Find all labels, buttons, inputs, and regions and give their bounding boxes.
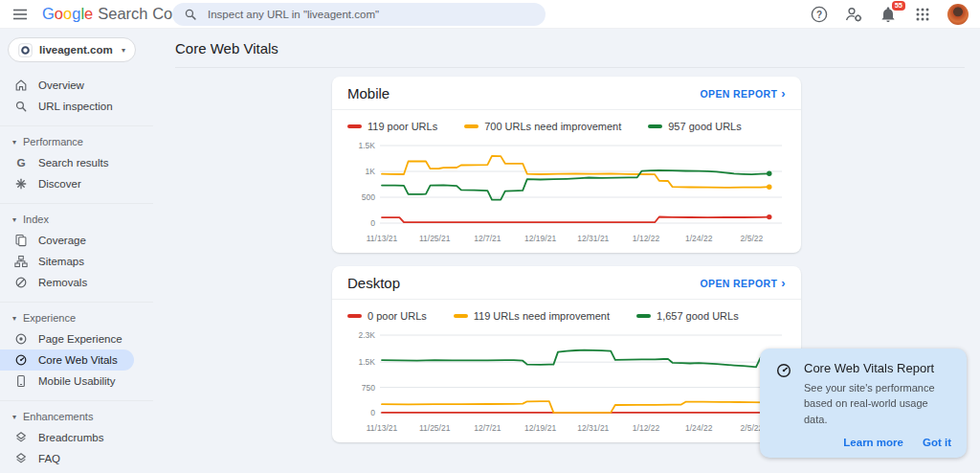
user-avatar[interactable] — [947, 4, 969, 25]
sidebar-item-label: URL inspection — [38, 101, 113, 112]
title-divider — [175, 67, 965, 68]
google-logo: Google — [42, 5, 93, 23]
header-actions: ? 55 — [810, 4, 969, 25]
sidebar: liveagent.com ▾ OverviewURL inspection▾P… — [0, 29, 153, 473]
desktop-report-card: Desktop OPEN REPORT › 0 poor URLs119 URL… — [332, 266, 801, 442]
legend-item-needs-improvement: 700 URLs need improvement — [464, 121, 621, 132]
sidebar-item-breadcrumbs[interactable]: Breadcrumbs — [0, 427, 134, 448]
notifications-bell-icon[interactable]: 55 — [879, 5, 898, 24]
svg-text:11/25/21: 11/25/21 — [419, 234, 451, 243]
svg-text:?: ? — [816, 10, 822, 20]
search-input[interactable] — [206, 8, 534, 21]
svg-text:1K: 1K — [366, 167, 376, 176]
card-title: Desktop — [347, 275, 400, 291]
sidebar-item-overview[interactable]: Overview — [0, 75, 134, 96]
sidebar-item-label: Coverage — [38, 235, 86, 246]
chevron-right-icon: › — [781, 277, 786, 289]
caret-down-icon: ▾ — [12, 314, 16, 323]
coverage-icon — [14, 234, 28, 247]
sidebar-section-enhancements[interactable]: ▾Enhancements — [0, 406, 153, 427]
legend-label: 119 URLs need improvement — [474, 310, 610, 322]
section-label: Experience — [23, 312, 76, 324]
property-selector[interactable]: liveagent.com ▾ — [8, 37, 136, 62]
legend-item-good: 1,657 good URLs — [636, 310, 739, 322]
popup-body: See your site's performance based on rea… — [804, 380, 951, 428]
svg-text:1.5K: 1.5K — [359, 141, 376, 150]
sidebar-item-search-results[interactable]: GSearch results — [0, 152, 134, 173]
sidebar-item-core-web-vitals[interactable]: Core Web Vitals — [0, 349, 134, 371]
svg-text:0: 0 — [370, 408, 375, 417]
sidebar-item-discover[interactable]: Discover — [0, 173, 134, 194]
svg-text:1/12/22: 1/12/22 — [633, 423, 660, 433]
sidebar-section-experience[interactable]: ▾Experience — [0, 307, 153, 328]
caret-down-icon: ▾ — [122, 46, 125, 55]
sidebar-item-how-to[interactable]: How-to — [0, 469, 134, 473]
card-title: Mobile — [347, 85, 390, 101]
svg-text:1/24/22: 1/24/22 — [685, 423, 713, 433]
svg-text:G: G — [16, 156, 25, 169]
legend-item-good: 957 good URLs — [648, 121, 741, 132]
svg-text:11/13/21: 11/13/21 — [367, 423, 398, 433]
chevron-right-icon: › — [781, 87, 786, 100]
mobile-line-chart: 05001K1.5K11/13/2111/25/2112/7/2112/19/2… — [347, 134, 786, 249]
layers-icon — [14, 452, 28, 465]
sidebar-item-mobile-usability[interactable]: Mobile Usability — [0, 371, 134, 392]
svg-text:750: 750 — [362, 383, 375, 393]
svg-text:11/25/21: 11/25/21 — [419, 423, 451, 433]
g-icon: G — [14, 156, 28, 169]
sidebar-item-sitemaps[interactable]: Sitemaps — [0, 251, 134, 272]
hamburger-menu-icon[interactable] — [11, 6, 29, 23]
sidebar-item-label: Page Experience — [38, 333, 122, 345]
sidebar-item-label: Discover — [38, 178, 81, 190]
sidebar-item-faq[interactable]: FAQ — [0, 448, 134, 469]
sidebar-section-index[interactable]: ▾Index — [0, 209, 153, 230]
svg-text:2/5/22: 2/5/22 — [741, 234, 764, 243]
user-settings-icon[interactable] — [844, 5, 863, 24]
chart-legend: 119 poor URLs700 URLs need improvement95… — [332, 110, 801, 134]
svg-text:12/7/21: 12/7/21 — [474, 423, 501, 433]
url-inspect-searchbar[interactable] — [172, 3, 546, 26]
svg-text:0: 0 — [370, 218, 375, 228]
legend-label: 1,657 good URLs — [657, 310, 739, 322]
sidebar-item-url-inspection[interactable]: URL inspection — [0, 96, 134, 117]
sidebar-item-label: Core Web Vitals — [38, 354, 118, 366]
popup-title: Core Web Vitals Report — [804, 361, 951, 375]
svg-text:11/13/21: 11/13/21 — [367, 234, 398, 243]
page-experience-icon — [14, 332, 28, 346]
caret-down-icon: ▾ — [12, 413, 16, 421]
search-icon — [14, 100, 28, 113]
legend-item-poor: 0 poor URLs — [347, 310, 427, 322]
sidebar-section-performance[interactable]: ▾Performance — [0, 131, 153, 152]
sidebar-item-coverage[interactable]: Coverage — [0, 230, 134, 251]
open-report-link[interactable]: OPEN REPORT › — [700, 277, 786, 289]
open-report-link[interactable]: OPEN REPORT › — [700, 87, 786, 100]
got-it-button[interactable]: Got it — [923, 437, 951, 448]
help-icon[interactable]: ? — [810, 5, 829, 24]
svg-text:12/7/21: 12/7/21 — [474, 234, 501, 243]
sidebar-item-removals[interactable]: Removals — [0, 272, 134, 293]
section-label: Performance — [23, 136, 83, 147]
google-apps-grid-icon[interactable] — [913, 5, 932, 24]
learn-more-button[interactable]: Learn more — [843, 437, 903, 448]
legend-item-poor: 119 poor URLs — [347, 121, 437, 132]
svg-text:1.5K: 1.5K — [359, 357, 376, 367]
desktop-line-chart: 07501.5K2.3K11/13/2111/25/2112/7/2112/19… — [347, 324, 786, 439]
svg-text:12/31/21: 12/31/21 — [577, 423, 609, 433]
legend-dash-icon — [347, 314, 362, 318]
sidebar-item-page-experience[interactable]: Page Experience — [0, 328, 134, 349]
svg-text:12/19/21: 12/19/21 — [524, 423, 556, 433]
phone-icon — [14, 374, 28, 388]
svg-text:1/24/22: 1/24/22 — [685, 234, 713, 243]
section-label: Enhancements — [23, 411, 93, 422]
chart-legend: 0 poor URLs119 URLs need improvement1,65… — [332, 300, 801, 324]
mobile-report-card: Mobile OPEN REPORT › 119 poor URLs700 UR… — [332, 77, 801, 253]
sidebar-item-label: Sitemaps — [38, 256, 84, 267]
svg-text:2.3K: 2.3K — [359, 330, 376, 340]
svg-text:12/31/21: 12/31/21 — [577, 234, 609, 243]
gauge-icon — [775, 362, 792, 379]
caret-down-icon: ▾ — [12, 215, 16, 224]
home-icon — [14, 79, 28, 92]
sitemaps-icon — [14, 255, 28, 268]
notification-count-badge: 55 — [892, 1, 905, 11]
legend-label: 0 poor URLs — [368, 310, 427, 322]
